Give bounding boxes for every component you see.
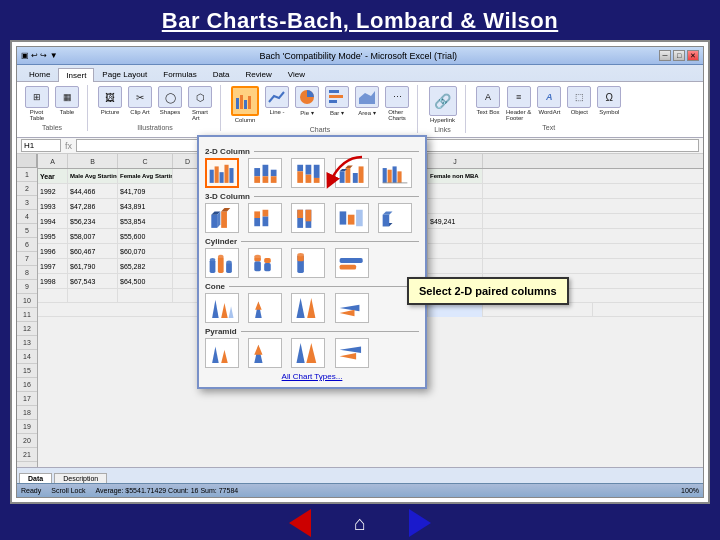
cell-b3[interactable]: $47,286	[68, 199, 118, 213]
textbox-button[interactable]: A Text Box	[474, 85, 502, 122]
cell-a1[interactable]: Year	[38, 169, 68, 183]
cell-c3[interactable]: $43,891	[118, 199, 173, 213]
back-arrow[interactable]	[280, 509, 320, 537]
bar-chart-button[interactable]: Bar ▾	[323, 85, 351, 124]
cell-b2[interactable]: $44,466	[68, 184, 118, 198]
chart-type-pyr-3[interactable]	[291, 338, 325, 368]
cell-a4[interactable]: 1994	[38, 214, 68, 228]
cell-j6[interactable]	[428, 244, 483, 258]
cell-c9[interactable]	[118, 289, 173, 303]
cell-b7[interactable]: $61,790	[68, 259, 118, 273]
chart-type-cone-4[interactable]	[335, 293, 369, 323]
cell-c8[interactable]: $64,500	[118, 274, 173, 288]
chart-type-cyl-1[interactable]	[205, 248, 239, 278]
col-header-c[interactable]: C	[118, 154, 173, 168]
svg-point-59	[218, 255, 224, 258]
tab-review[interactable]: Review	[238, 67, 280, 81]
cell-a2[interactable]: 1992	[38, 184, 68, 198]
wordart-button[interactable]: A WordArt	[535, 85, 563, 122]
cell-a8[interactable]: 1998	[38, 274, 68, 288]
cell-c4[interactable]: $53,854	[118, 214, 173, 228]
tab-insert[interactable]: Insert	[58, 68, 94, 82]
chart-type-cyl-4[interactable]	[335, 248, 369, 278]
chart-type-pyr-2[interactable]	[248, 338, 282, 368]
chart-type-3d-100[interactable]	[291, 203, 325, 233]
chart-type-3d-bar-2[interactable]	[335, 203, 369, 233]
cell-c6[interactable]: $60,070	[118, 244, 173, 258]
chart-type-cone-1[interactable]	[205, 293, 239, 323]
close-button[interactable]: ✕	[687, 50, 699, 61]
other-charts-button[interactable]: ⋯ OtherCharts	[383, 85, 411, 124]
table-button[interactable]: ▦ Table	[53, 85, 81, 122]
chart-type-pyr-1[interactable]	[205, 338, 239, 368]
col-header-a[interactable]: A	[38, 154, 68, 168]
tab-pagelayout[interactable]: Page Layout	[94, 67, 155, 81]
cell-a7[interactable]: 1997	[38, 259, 68, 273]
col-header-b[interactable]: B	[68, 154, 118, 168]
shapes-button[interactable]: ◯ Shapes	[156, 85, 184, 122]
cell-b4[interactable]: $56,234	[68, 214, 118, 228]
home-arrow[interactable]: ⌂	[340, 509, 380, 537]
row-header-18: 18	[17, 406, 37, 420]
cell-b8[interactable]: $67,543	[68, 274, 118, 288]
minimize-button[interactable]: ─	[659, 50, 671, 61]
cell-b6[interactable]: $60,467	[68, 244, 118, 258]
chart-type-3d-col[interactable]	[205, 203, 239, 233]
chart-type-3d-stacked[interactable]	[248, 203, 282, 233]
name-box-input[interactable]	[21, 139, 61, 152]
chart-type-cyl-3[interactable]	[291, 248, 325, 278]
cell-a3[interactable]: 1993	[38, 199, 68, 213]
tab-data[interactable]: Data	[205, 67, 238, 81]
cell-j7[interactable]	[428, 259, 483, 273]
cell-b9[interactable]	[68, 289, 118, 303]
col-header-j[interactable]: J	[428, 154, 483, 168]
chart-type-clustered-column[interactable]	[205, 158, 239, 188]
chart-type-100pct-column[interactable]	[291, 158, 325, 188]
chart-type-cone-3[interactable]	[291, 293, 325, 323]
chart-type-lines-between[interactable]	[378, 158, 412, 188]
header-footer-button[interactable]: ≡ Header &Footer	[504, 85, 533, 122]
cell-b5[interactable]: $58,007	[68, 229, 118, 243]
cell-a6[interactable]: 1996	[38, 244, 68, 258]
cell-c2[interactable]: $41,709	[118, 184, 173, 198]
sheet-tab-data[interactable]: Data	[19, 473, 52, 483]
pie-chart-button[interactable]: Pie ▾	[293, 85, 321, 124]
chart-type-stacked-column[interactable]	[248, 158, 282, 188]
cell-j2[interactable]	[428, 184, 483, 198]
cell-a5[interactable]: 1995	[38, 229, 68, 243]
smartart-button[interactable]: ⬡ SmartArt	[186, 85, 214, 122]
object-button[interactable]: ⬚ Object	[565, 85, 593, 122]
cell-j5[interactable]	[428, 229, 483, 243]
chart-type-cone-2[interactable]	[248, 293, 282, 323]
chart-type-3d-bar-3[interactable]	[378, 203, 412, 233]
maximize-button[interactable]: □	[673, 50, 685, 61]
chart-type-pyr-4[interactable]	[335, 338, 369, 368]
pivottable-button[interactable]: ⊞ PivotTable	[23, 85, 51, 122]
cell-j3[interactable]	[428, 199, 483, 213]
area-chart-button[interactable]: Area ▾	[353, 85, 381, 124]
cell-j4[interactable]: $49,241	[428, 214, 483, 228]
tab-view[interactable]: View	[280, 67, 313, 81]
cell-b1[interactable]: Male Avg Starting Sal.	[68, 169, 118, 183]
sheet-tab-description[interactable]: Description	[54, 473, 107, 483]
cell-a9[interactable]	[38, 289, 68, 303]
cell-c7[interactable]: $65,282	[118, 259, 173, 273]
cell-j1[interactable]: Female non MBA	[428, 169, 483, 183]
tab-home[interactable]: Home	[21, 67, 58, 81]
cell-c5[interactable]: $55,600	[118, 229, 173, 243]
clipart-button[interactable]: ✂ Clip Art	[126, 85, 154, 122]
cell-c1[interactable]: Female Avg Starting Sal.	[118, 169, 173, 183]
line-chart-button[interactable]: Line -	[263, 85, 291, 124]
chart-type-3d-clustered[interactable]	[335, 158, 369, 188]
symbol-button[interactable]: Ω Symbol	[595, 85, 623, 122]
all-chart-types-link[interactable]: All Chart Types...	[205, 372, 419, 381]
excel-title-text: Bach 'Compatibility Mode' - Microsoft Ex…	[58, 51, 659, 61]
cell-ij10[interactable]	[483, 303, 593, 317]
picture-button[interactable]: 🖼 Picture	[96, 85, 124, 122]
forward-arrow[interactable]	[400, 509, 440, 537]
hyperlink-button[interactable]: 🔗 Hyperlink	[427, 85, 459, 124]
chart-type-cyl-2[interactable]	[248, 248, 282, 278]
cell-h10[interactable]	[428, 303, 483, 317]
tab-formulas[interactable]: Formulas	[155, 67, 204, 81]
column-chart-button[interactable]: Column	[229, 85, 261, 124]
